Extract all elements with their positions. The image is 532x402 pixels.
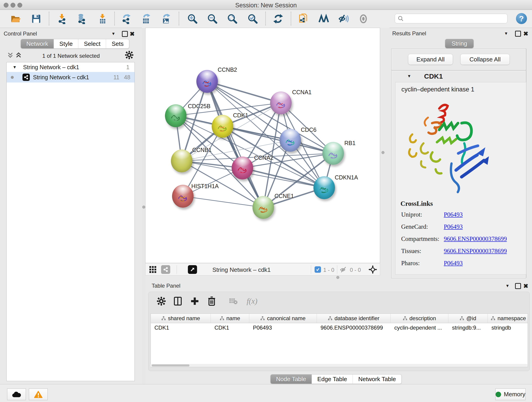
network-node-ccnb1[interactable] [171,149,192,172]
column-header-name[interactable]: name [211,314,249,323]
import-network-database-icon[interactable] [75,13,87,25]
network-canvas[interactable]: CCNB2CCNA1CDC25BCDK1CDC6RB1CCNB1CCNA2CDK… [145,28,380,263]
network-edge[interactable] [222,126,333,153]
float-panel-icon[interactable]: ▼ [505,283,510,288]
close-panel-icon[interactable]: ✖ [523,30,528,37]
table-cell[interactable]: cyclin-dependent ... [391,323,448,332]
search-input[interactable] [404,15,501,22]
float-panel-icon[interactable]: ▼ [504,31,508,36]
table-cell[interactable]: 9606.ENSP00000378699 [317,323,391,332]
undock-panel-icon[interactable] [122,31,128,37]
float-panel-icon[interactable]: ▼ [111,32,115,36]
undock-panel-icon[interactable] [515,283,521,289]
export-network-icon[interactable] [120,13,132,25]
table-horizontal-scrollbar[interactable] [151,364,527,367]
memory-button[interactable]: Memory [495,389,526,400]
network-node-cdc6[interactable] [279,129,301,152]
network-node-ccna2[interactable] [232,157,253,179]
network-node-cdk1[interactable] [212,115,233,138]
column-header-canonical-name[interactable]: canonical name [249,314,317,323]
open-in-window-icon[interactable] [188,265,197,274]
warning-status-button[interactable] [29,389,48,400]
undock-panel-icon[interactable] [515,31,521,37]
zoom-fit-icon[interactable] [226,13,238,25]
crosslink-link[interactable]: 9606.ENSP00000378699 [444,235,526,242]
network-edge[interactable] [207,81,281,103]
create-column-plus-icon[interactable] [190,296,200,306]
crosslink-link[interactable]: P06493 [444,211,526,218]
network-options-gear-icon[interactable] [125,51,133,60]
tab-sets[interactable]: Sets [106,39,129,48]
table-row[interactable]: CDK1CDK1P064939606.ENSP00000378699cyclin… [151,323,528,332]
copy-network-icon[interactable] [298,13,309,25]
column-header-shared-name[interactable]: shared name [151,314,211,323]
column-header-description[interactable]: description [391,314,448,323]
right-splitter[interactable] [380,28,389,279]
collection-expander-icon[interactable]: ▼ [13,65,17,70]
horizontal-splitter-handle[interactable] [336,276,339,279]
tab-select[interactable]: Select [78,39,106,48]
table-cell[interactable]: stringdb:9... [448,323,488,332]
network-node-cdkn1a[interactable] [313,176,335,199]
hide-graphics-details-icon[interactable] [337,13,349,25]
gene-expander-icon[interactable]: ▼ [407,74,411,79]
tab-edge-table[interactable]: Edge Table [312,375,353,384]
network-node-ccne1[interactable] [253,196,274,219]
network-node-rb1[interactable] [322,142,344,165]
column-header-database-identifier[interactable]: database identifier [317,314,391,323]
export-table-icon[interactable] [140,13,152,25]
grid-view-icon[interactable] [149,266,157,274]
crosslink-link[interactable]: 9606.ENSP00000378699 [444,248,526,255]
help-button[interactable]: ? [516,13,527,24]
expand-all-button[interactable]: Expand All [408,54,453,65]
table-settings-gear-icon[interactable] [156,296,166,306]
results-scrollbar-gutter[interactable] [526,49,526,278]
network-node-ccna1[interactable] [270,91,292,114]
table-cell[interactable]: CDK1 [151,323,211,332]
column-header-@id[interactable]: @id [448,314,488,323]
expand-all-tree-icon[interactable] [15,52,22,60]
collapse-all-tree-icon[interactable] [7,52,14,60]
import-table-file-icon[interactable] [96,13,108,25]
refresh-icon[interactable] [272,13,284,25]
column-header-namespace[interactable]: namespace [488,314,528,323]
cloud-status-button[interactable] [7,389,26,400]
network-node-cdc25b[interactable] [165,104,186,127]
network-edge[interactable] [183,196,263,207]
table-cell[interactable]: stringdb [488,323,528,332]
left-splitter[interactable] [142,28,145,384]
delete-column-trash-icon[interactable] [207,296,217,306]
crosslink-link[interactable]: P06493 [444,223,526,230]
tab-network-table[interactable]: Network Table [353,375,401,384]
table-cell[interactable]: CDK1 [211,323,249,332]
tab-node-table[interactable]: Node Table [271,375,312,384]
search-box[interactable] [395,14,507,23]
network-node-ccnb2[interactable] [196,70,218,93]
show-graphics-details-icon[interactable] [357,13,369,25]
collapse-all-button[interactable]: Collapse All [460,54,510,65]
network-share-view-icon[interactable] [161,265,170,274]
table-cell[interactable]: P06493 [249,323,317,332]
close-panel-icon[interactable]: ✖ [523,283,528,290]
network-node-hist1h1a[interactable] [172,185,194,208]
network-collection-row[interactable]: ▼ String Network – cdk1 1 [7,62,134,72]
birds-eye-view-icon[interactable] [318,13,330,25]
horizontal-splitter[interactable] [145,275,380,279]
zoom-selected-icon[interactable] [247,13,259,25]
zoom-out-icon[interactable] [206,13,218,25]
hidden-eye-slash-icon[interactable] [340,266,347,274]
left-splitter-handle[interactable] [142,206,145,209]
right-splitter-handle[interactable] [381,151,385,154]
close-panel-icon[interactable]: ✖ [130,31,135,38]
open-session-icon[interactable] [10,13,22,25]
export-image-icon[interactable] [160,13,172,25]
tab-network[interactable]: Network [21,39,54,48]
save-session-icon[interactable] [30,13,42,25]
import-network-file-icon[interactable] [56,13,68,25]
scrollbar-thumb[interactable] [152,364,190,366]
network-row-selected[interactable]: String Network – cdk1 11 48 [7,72,134,83]
crosslink-link[interactable]: P06493 [444,260,526,267]
zoom-in-icon[interactable] [186,13,198,25]
show-columns-icon[interactable] [173,296,183,306]
selected-checkbox-icon[interactable] [315,266,321,273]
